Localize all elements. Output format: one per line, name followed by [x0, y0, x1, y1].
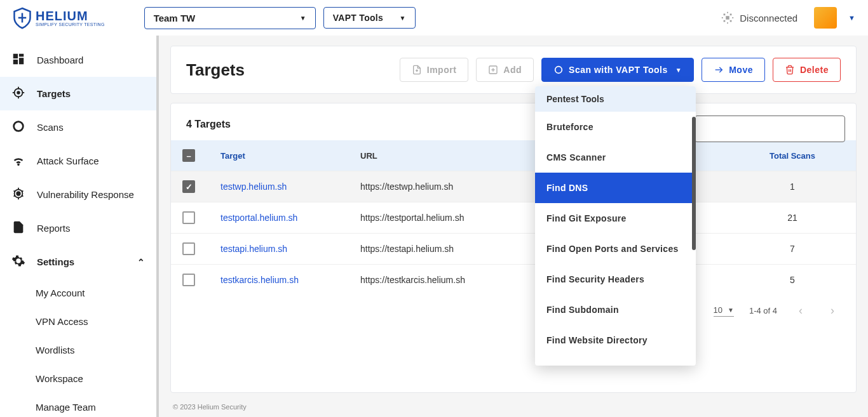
- sidebar-subitem-my-account[interactable]: My Account: [0, 279, 156, 307]
- menu-item-find-security-headers[interactable]: Find Security Headers: [535, 264, 696, 295]
- sidebar-subitem-wordlists[interactable]: Wordlists: [0, 336, 156, 364]
- menu-item-find-website-tech[interactable]: Find Website Tech: [535, 355, 696, 366]
- sidebar-item-attack-surface[interactable]: Attack Surface: [0, 144, 156, 178]
- row-checkbox[interactable]: ✓: [182, 180, 195, 193]
- chevron-down-icon: ▼: [728, 307, 734, 314]
- add-button[interactable]: Add: [476, 58, 534, 82]
- target-link[interactable]: testportal.helium.sh: [209, 202, 349, 234]
- sidebar-subitem-vpn-access[interactable]: VPN Access: [0, 307, 156, 336]
- sidebar-item-label: Dashboard: [37, 55, 83, 65]
- target-link[interactable]: testwp.helium.sh: [209, 171, 349, 202]
- col-target[interactable]: Target: [209, 140, 349, 171]
- scan-icon: [553, 65, 564, 75]
- team-selector[interactable]: Team TW ▼: [144, 7, 316, 29]
- menu-item-find-subdomain[interactable]: Find Subdomain: [535, 295, 696, 325]
- bug-icon: [11, 187, 25, 202]
- sidebar-item-label: Scans: [37, 122, 64, 133]
- col-scans[interactable]: Total Scans: [729, 140, 856, 171]
- table-row[interactable]: testkarcis.helium.shhttps://testkarcis.h…: [171, 265, 856, 296]
- svg-point-14: [17, 192, 20, 195]
- circle-icon: [11, 119, 25, 135]
- tools-selector[interactable]: VAPT Tools ▼: [323, 7, 416, 29]
- dashboard-icon: [11, 52, 25, 68]
- sidebar-subitem-manage-team[interactable]: Manage Team: [0, 393, 156, 417]
- brand-tagline: SIMPLIFY SECURITY TESTING: [36, 22, 105, 27]
- chevron-down-icon: ▼: [300, 15, 306, 22]
- row-checkbox[interactable]: [182, 274, 195, 286]
- svg-line-19: [14, 195, 15, 197]
- menu-item-find-git-exposure[interactable]: Find Git Exposure: [535, 203, 696, 234]
- table-row[interactable]: testapi.helium.shhttps://testapi.helium.…: [171, 234, 856, 265]
- sidebar-subitem-workspace[interactable]: Workspace: [0, 364, 156, 393]
- svg-line-17: [14, 190, 15, 192]
- table-row[interactable]: ✓testwp.helium.shhttps://testwp.helium.s…: [171, 171, 856, 202]
- sidebar-item-dashboard[interactable]: Dashboard: [0, 43, 156, 77]
- search-input[interactable]: [695, 116, 845, 142]
- footer-copyright: © 2023 Helium Security: [170, 393, 857, 417]
- select-all-checkbox[interactable]: –: [182, 149, 195, 162]
- trash-icon: [785, 65, 795, 75]
- add-icon: [488, 65, 498, 75]
- menu-item-bruteforce[interactable]: Bruteforce: [535, 112, 696, 142]
- menu-item-find-dns[interactable]: Find DNS: [535, 173, 696, 203]
- chevron-up-icon: ⌃: [137, 257, 145, 267]
- sidebar-item-vulnerability-response[interactable]: Vulnerability Response: [0, 178, 156, 211]
- row-checkbox[interactable]: [182, 242, 195, 255]
- scan-button[interactable]: Scan with VAPT Tools ▼: [541, 58, 694, 82]
- brand-logo: HELIUM SIMPLIFY SECURITY TESTING: [13, 6, 105, 29]
- svg-point-7: [17, 91, 20, 94]
- page-title: Targets: [186, 60, 392, 80]
- sidebar-nav: DashboardTargetsScansAttack SurfaceVulne…: [0, 36, 159, 417]
- target-link[interactable]: testapi.helium.sh: [209, 234, 349, 265]
- title-toolbar: Targets Import Add Scan with VAPT Tools …: [170, 46, 857, 94]
- brand-title: HELIUM: [36, 10, 105, 22]
- page-size-selector[interactable]: 10 ▼: [714, 305, 734, 317]
- menu-item-cms-scanner[interactable]: CMS Scanner: [535, 142, 696, 173]
- shield-icon: [13, 6, 32, 29]
- svg-rect-3: [19, 54, 24, 57]
- scan-count: 1: [729, 171, 856, 202]
- chevron-down-icon[interactable]: ▼: [848, 14, 855, 22]
- menu-scrollbar[interactable]: [692, 117, 696, 250]
- user-avatar[interactable]: [814, 7, 837, 29]
- file-icon: [11, 220, 25, 236]
- app-header: HELIUM SIMPLIFY SECURITY TESTING Team TW…: [0, 0, 868, 36]
- sidebar-item-scans[interactable]: Scans: [0, 110, 156, 144]
- sidebar-item-settings[interactable]: Settings⌃: [0, 245, 156, 279]
- move-button[interactable]: Move: [702, 58, 765, 82]
- targets-table: – Target URL Total Scans ✓testwp.helium.…: [171, 140, 856, 295]
- main-content: Targets Import Add Scan with VAPT Tools …: [159, 36, 868, 417]
- import-icon: [412, 65, 422, 75]
- target-link[interactable]: testkarcis.helium.sh: [209, 265, 349, 296]
- row-checkbox[interactable]: [182, 211, 195, 224]
- table-row[interactable]: testportal.helium.shhttps://testportal.h…: [171, 202, 856, 234]
- prev-page-button[interactable]: ‹: [792, 304, 809, 317]
- svg-rect-2: [13, 54, 18, 58]
- chevron-down-icon: ▼: [675, 67, 682, 74]
- svg-line-18: [22, 190, 24, 192]
- sidebar-item-label: Attack Surface: [37, 156, 99, 166]
- sidebar-item-label: Reports: [37, 223, 71, 234]
- targets-count: 4 Targets: [186, 119, 231, 130]
- scan-tools-menu: Pentest Tools BruteforceCMS ScannerFind …: [535, 86, 696, 366]
- targets-table-card: 4 Targets – Target URL Total Scans ✓test…: [170, 103, 857, 393]
- svg-rect-5: [13, 60, 18, 64]
- target-icon: [11, 86, 25, 102]
- globe-icon: [721, 11, 735, 25]
- next-page-button[interactable]: ›: [824, 304, 841, 317]
- import-button[interactable]: Import: [400, 58, 469, 82]
- status-label: Disconnected: [740, 13, 797, 23]
- arrow-right-icon: [714, 65, 724, 75]
- pagination: 10 ▼ 1-4 of 4 ‹ ›: [171, 295, 856, 326]
- pagination-range: 1-4 of 4: [749, 306, 777, 315]
- sidebar-item-label: Settings: [37, 256, 74, 267]
- sidebar-item-targets[interactable]: Targets: [0, 77, 156, 110]
- menu-item-find-website-directory[interactable]: Find Website Directory: [535, 325, 696, 355]
- svg-line-20: [22, 195, 24, 197]
- delete-button[interactable]: Delete: [773, 58, 841, 82]
- scan-count: 5: [729, 265, 856, 296]
- menu-item-find-open-ports-and-services[interactable]: Find Open Ports and Services: [535, 234, 696, 264]
- svg-rect-4: [19, 58, 24, 64]
- sidebar-item-reports[interactable]: Reports: [0, 211, 156, 245]
- team-selected-label: Team TW: [154, 13, 196, 23]
